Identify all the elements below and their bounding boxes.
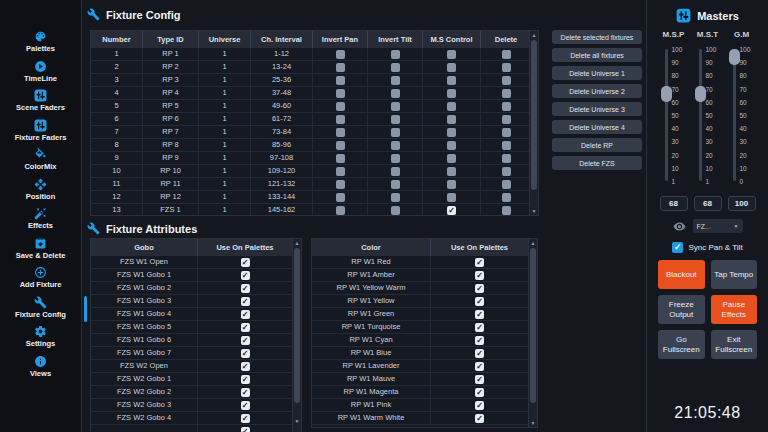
attribute-name[interactable]: RP W1 Red bbox=[312, 256, 431, 268]
scrollbar-thumb[interactable] bbox=[294, 248, 300, 403]
delete-checkbox[interactable] bbox=[502, 167, 511, 176]
fixture-table-scrollbar[interactable]: ▲ ▼ bbox=[529, 31, 538, 215]
type-id-link[interactable]: RP 8 bbox=[143, 139, 199, 151]
slider-handle[interactable] bbox=[729, 49, 740, 65]
attribute-row[interactable]: FZS W1 Gobo 5 bbox=[91, 321, 301, 334]
invert-tilt-checkbox[interactable] bbox=[391, 63, 400, 72]
use-on-palettes-checkbox[interactable] bbox=[241, 336, 250, 345]
use-on-palettes-checkbox[interactable] bbox=[241, 310, 250, 319]
invert-pan-checkbox[interactable] bbox=[336, 76, 345, 85]
invert-tilt-checkbox[interactable] bbox=[391, 206, 400, 215]
type-id-link[interactable]: RP 1 bbox=[143, 48, 199, 60]
invert-tilt-checkbox[interactable] bbox=[391, 76, 400, 85]
ms-control-checkbox[interactable] bbox=[447, 167, 456, 176]
attribute-row[interactable]: RP W1 Red bbox=[312, 256, 537, 269]
invert-tilt-checkbox[interactable] bbox=[391, 154, 400, 163]
attribute-row[interactable]: FZS W2 Gobo 3 bbox=[91, 399, 301, 412]
invert-pan-checkbox[interactable] bbox=[336, 50, 345, 59]
use-on-palettes-checkbox[interactable] bbox=[241, 427, 250, 432]
table-row[interactable]: 10RP 101109-120 bbox=[91, 165, 538, 178]
use-on-palettes-checkbox[interactable] bbox=[475, 414, 484, 423]
attribute-row[interactable]: RP W1 Yellow bbox=[312, 295, 537, 308]
attribute-row[interactable]: RP W1 Pink bbox=[312, 399, 537, 412]
attribute-name[interactable]: FZS W2 Gobo 4 bbox=[91, 412, 198, 424]
invert-tilt-checkbox[interactable] bbox=[391, 167, 400, 176]
scroll-down-icon[interactable]: ▼ bbox=[530, 208, 538, 214]
attribute-row[interactable]: RP W1 Blue bbox=[312, 347, 537, 360]
invert-pan-checkbox[interactable] bbox=[336, 167, 345, 176]
sidebar-item-views[interactable]: Views bbox=[0, 355, 81, 385]
attribute-name[interactable]: RP W1 Magenta bbox=[312, 386, 431, 398]
use-on-palettes-checkbox[interactable] bbox=[241, 258, 250, 267]
attribute-name[interactable]: FZS W1 Gobo 4 bbox=[91, 308, 198, 320]
delete-universe-3-button[interactable]: Delete Universe 3 bbox=[552, 102, 642, 116]
use-on-palettes-checkbox[interactable] bbox=[241, 362, 250, 371]
slider-handle[interactable] bbox=[695, 86, 706, 102]
attribute-row[interactable]: FZS W2 Open bbox=[91, 360, 301, 373]
attribute-row[interactable]: FZS W1 Open bbox=[91, 256, 301, 269]
use-on-palettes-checkbox[interactable] bbox=[475, 336, 484, 345]
type-id-link[interactable]: RP 2 bbox=[143, 61, 199, 73]
attribute-name[interactable]: FZS W2 Gobo 1 bbox=[91, 373, 198, 385]
sidebar-item-add-fixture[interactable]: Add Fixture bbox=[0, 266, 81, 296]
attribute-name[interactable]: RP W1 Lavender bbox=[312, 360, 431, 372]
type-id-link[interactable]: RP 12 bbox=[143, 191, 199, 203]
ms-control-checkbox[interactable] bbox=[447, 193, 456, 202]
table-row[interactable]: 12RP 121133-144 bbox=[91, 191, 538, 204]
delete-selected-fixtures-button[interactable]: Delete selected fixtures bbox=[552, 30, 642, 44]
attribute-name[interactable]: FZS W2 Open bbox=[91, 360, 198, 372]
use-on-palettes-checkbox[interactable] bbox=[475, 323, 484, 332]
table-row[interactable]: 9RP 9197-108 bbox=[91, 152, 538, 165]
gobo-table-scrollbar[interactable]: ▲ ▼ bbox=[292, 239, 301, 432]
pause-effects-button[interactable]: Pause Effects bbox=[711, 295, 758, 324]
type-id-link[interactable]: RP 9 bbox=[143, 152, 199, 164]
table-row[interactable]: 2RP 2113-24 bbox=[91, 61, 538, 74]
delete-checkbox[interactable] bbox=[502, 206, 511, 215]
invert-pan-checkbox[interactable] bbox=[336, 102, 345, 111]
attribute-row[interactable]: RP W1 Cyan bbox=[312, 334, 537, 347]
table-row[interactable]: 1RP 111-12 bbox=[91, 48, 538, 61]
attribute-name[interactable]: FZS W1 Open bbox=[91, 256, 198, 268]
ms-control-checkbox[interactable] bbox=[447, 89, 456, 98]
scroll-up-icon[interactable]: ▲ bbox=[293, 240, 301, 246]
use-on-palettes-checkbox[interactable] bbox=[475, 297, 484, 306]
type-id-link[interactable]: FZS 1 bbox=[143, 204, 199, 216]
sync-pan-tilt-checkbox[interactable] bbox=[672, 242, 683, 253]
attribute-row[interactable]: FZS W1 Gobo 6 bbox=[91, 334, 301, 347]
attribute-name[interactable]: FZS W2 Gobo 3 bbox=[91, 399, 198, 411]
use-on-palettes-checkbox[interactable] bbox=[475, 362, 484, 371]
scroll-up-icon[interactable]: ▲ bbox=[530, 32, 538, 38]
attribute-name[interactable]: FZS W1 Gobo 1 bbox=[91, 269, 198, 281]
attribute-name[interactable]: RP W1 Warm White bbox=[312, 412, 431, 424]
delete-checkbox[interactable] bbox=[502, 193, 511, 202]
use-on-palettes-checkbox[interactable] bbox=[475, 401, 484, 410]
type-id-link[interactable]: RP 11 bbox=[143, 178, 199, 190]
invert-pan-checkbox[interactable] bbox=[336, 63, 345, 72]
scroll-up-icon[interactable]: ▲ bbox=[529, 240, 537, 246]
invert-pan-checkbox[interactable] bbox=[336, 141, 345, 150]
delete-checkbox[interactable] bbox=[502, 141, 511, 150]
delete-universe-1-button[interactable]: Delete Universe 1 bbox=[552, 66, 642, 80]
table-row[interactable]: 5RP 5149-60 bbox=[91, 100, 538, 113]
attribute-row[interactable]: FZS W2 Gobo 4 bbox=[91, 412, 301, 425]
use-on-palettes-checkbox[interactable] bbox=[241, 349, 250, 358]
invert-pan-checkbox[interactable] bbox=[336, 128, 345, 137]
invert-tilt-checkbox[interactable] bbox=[391, 102, 400, 111]
color-table-scrollbar[interactable]: ▲ ▼ bbox=[528, 239, 537, 427]
master-value-m-s-p[interactable]: 68 bbox=[660, 196, 688, 211]
use-on-palettes-checkbox[interactable] bbox=[475, 284, 484, 293]
invert-pan-checkbox[interactable] bbox=[336, 154, 345, 163]
slider-track[interactable] bbox=[733, 49, 736, 181]
fixture-group-dropdown[interactable]: FZ... ▼ bbox=[693, 219, 743, 233]
sidebar-item-settings[interactable]: Settings bbox=[0, 325, 81, 355]
scrollbar-thumb[interactable] bbox=[531, 40, 537, 190]
delete-checkbox[interactable] bbox=[502, 180, 511, 189]
delete-rp-button[interactable]: Delete RP bbox=[552, 138, 642, 152]
sidebar-item-scene-faders[interactable]: Scene Faders bbox=[0, 89, 81, 119]
attribute-name[interactable]: RP W1 Yellow Warm bbox=[312, 282, 431, 294]
scroll-down-icon[interactable]: ▼ bbox=[293, 418, 301, 424]
invert-tilt-checkbox[interactable] bbox=[391, 115, 400, 124]
use-on-palettes-checkbox[interactable] bbox=[241, 401, 250, 410]
ms-control-checkbox[interactable] bbox=[447, 115, 456, 124]
use-on-palettes-checkbox[interactable] bbox=[475, 271, 484, 280]
